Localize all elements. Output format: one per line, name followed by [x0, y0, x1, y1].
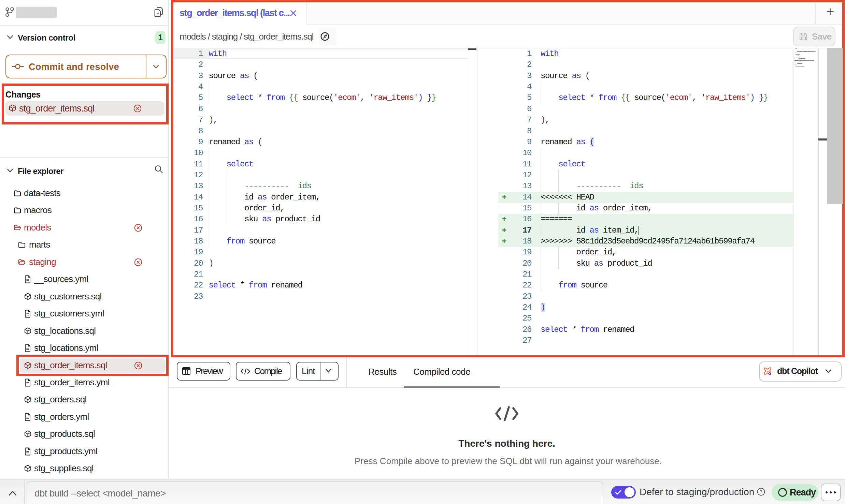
svg-text:?: ?: [760, 489, 762, 494]
